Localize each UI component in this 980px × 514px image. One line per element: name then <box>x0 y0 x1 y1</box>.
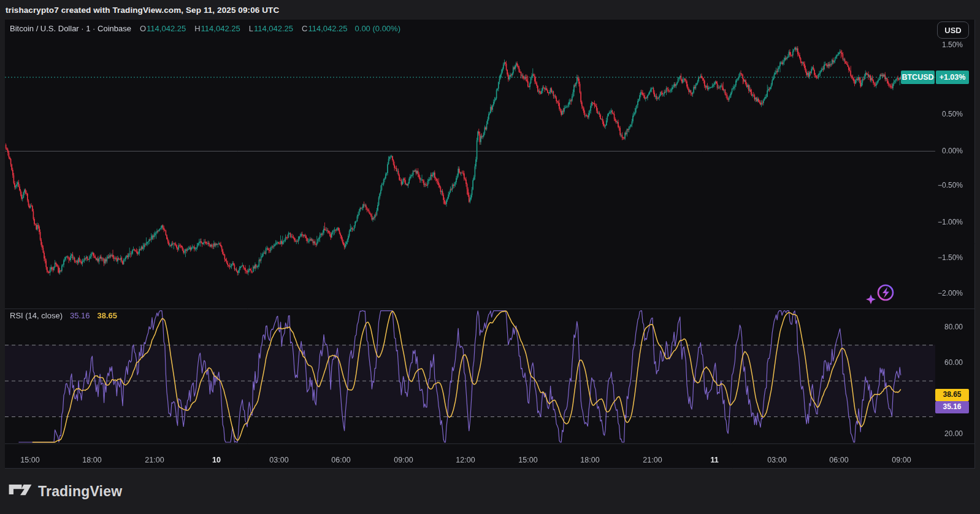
low-label: L <box>249 24 253 33</box>
rsi-tick: 20.00 <box>926 429 963 438</box>
rsi-header: RSI (14, close) 35.16 38.65 <box>10 311 117 320</box>
time-label: 18:00 <box>82 456 101 464</box>
footer-bar: TradingView <box>0 469 980 514</box>
change-value: 0.00 (0.00%) <box>355 24 400 33</box>
time-label: 09:00 <box>394 456 413 464</box>
rsi-badge: 38.65 <box>935 389 969 401</box>
rsi-badge: 35.16 <box>935 401 969 413</box>
low-value: 114,042.25 <box>254 24 293 33</box>
time-label: 15:00 <box>518 456 537 464</box>
time-label: 03:00 <box>269 456 288 464</box>
attribution-bar: trishacrypto7 created with TradingView.c… <box>0 0 980 20</box>
rsi-title[interactable]: RSI (14, close) <box>10 311 63 320</box>
price-tick: −2.00% <box>926 289 963 297</box>
time-label: 15:00 <box>20 456 39 464</box>
time-label-day: 10 <box>212 456 221 464</box>
symbol-title[interactable]: Bitcoin / U.S. Dollar · 1 · Coinbase <box>10 24 131 33</box>
time-label: 12:00 <box>456 456 475 464</box>
price-tick: −1.00% <box>926 218 963 226</box>
price-tick: −0.50% <box>926 181 963 190</box>
price-tick: 1.50% <box>926 40 963 49</box>
time-label: 09:00 <box>892 456 911 464</box>
rsi-value: 35.16 <box>70 311 90 320</box>
lightning-bolt <box>882 287 889 298</box>
rsi-tick: 80.00 <box>926 323 963 331</box>
open-value: 114,042.25 <box>147 24 186 33</box>
price-tick: 0.00% <box>926 147 963 155</box>
chart-widget: Bitcoin / U.S. Dollar · 1 · Coinbase O11… <box>0 20 980 469</box>
chart-canvas[interactable] <box>5 20 975 469</box>
attribution-text: trishacrypto7 created with TradingView.c… <box>6 6 279 15</box>
price-badge-symbol: BTCUSD <box>901 71 935 84</box>
close-label: C <box>302 24 307 33</box>
time-label: 03:00 <box>767 456 786 464</box>
price-tick: −1.50% <box>926 253 963 262</box>
price-badge-value: +1.03% <box>936 71 969 84</box>
time-label-day: 11 <box>710 456 718 464</box>
rsi-tick: 60.00 <box>926 358 963 367</box>
tradingview-logo-icon[interactable] <box>9 482 32 501</box>
open-label: O <box>140 24 146 33</box>
currency-toggle-button[interactable]: USD <box>937 21 969 39</box>
price-tick: 0.50% <box>926 110 963 118</box>
high-value: 114,042.25 <box>201 24 240 33</box>
brand-name[interactable]: TradingView <box>38 483 122 500</box>
close-value: 114,042.25 <box>308 24 347 33</box>
rsi-ma-value: 38.65 <box>98 311 118 320</box>
time-label: 21:00 <box>643 456 662 464</box>
sparkle-star <box>866 294 876 304</box>
time-label: 06:00 <box>829 456 848 464</box>
time-label: 21:00 <box>145 456 164 464</box>
boost-lightning-icon[interactable] <box>863 281 895 309</box>
time-label: 18:00 <box>580 456 599 464</box>
high-label: H <box>194 24 200 33</box>
symbol-header: Bitcoin / U.S. Dollar · 1 · Coinbase O11… <box>10 24 400 33</box>
time-label: 06:00 <box>331 456 350 464</box>
